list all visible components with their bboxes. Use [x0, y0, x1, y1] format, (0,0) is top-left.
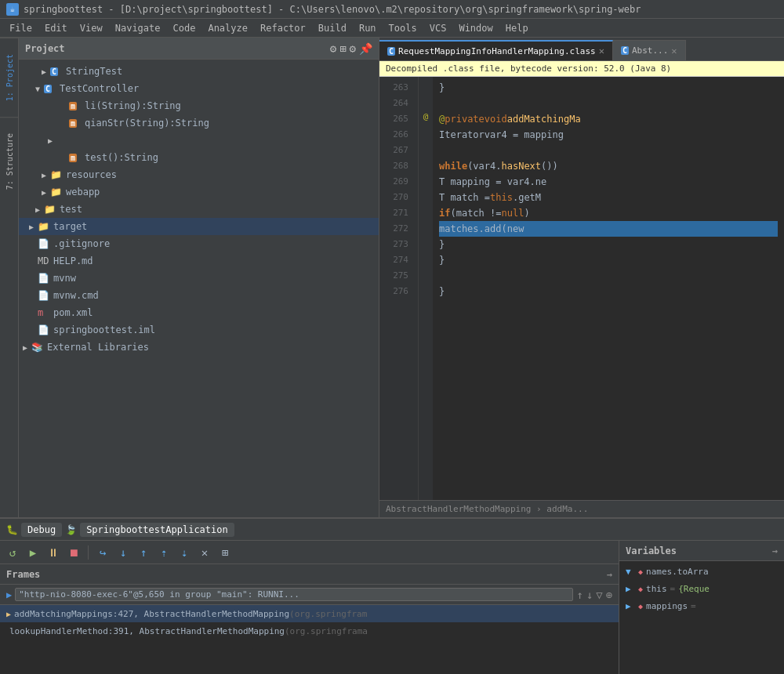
menu-item-refactor[interactable]: Refactor: [254, 21, 312, 35]
step-into-btn[interactable]: ↓: [114, 543, 132, 562]
code-token: (match !=: [450, 205, 501, 221]
fold-indicator: [419, 218, 433, 234]
tab-icon: C: [621, 46, 629, 55]
tree-item[interactable]: ▶📁target: [19, 218, 379, 235]
tree-item[interactable]: 📄mvnw: [19, 270, 379, 287]
var-expand[interactable]: ▶: [626, 601, 635, 611]
gear-icon[interactable]: ⚙: [350, 42, 356, 55]
frame-gray: (org.springfram: [289, 609, 367, 619]
menu-item-file[interactable]: File: [3, 21, 38, 35]
tree-arrow-icon[interactable]: ▶: [44, 136, 56, 145]
editor-tab[interactable]: C Abst... ✕: [613, 40, 686, 60]
eval-btn[interactable]: ⇣: [175, 543, 194, 562]
tree-item[interactable]: 📄.gitignore: [19, 235, 379, 252]
frame-item[interactable]: lookupHandlerMethod:391, AbstractHandler…: [0, 622, 619, 640]
tree-arrow-icon[interactable]: ▶: [38, 67, 50, 76]
thread-selector[interactable]: "http-nio-8080-exec-6"@5,650 in group "m…: [15, 588, 573, 601]
menu-item-edit[interactable]: Edit: [38, 21, 74, 35]
menu-item-navigate[interactable]: Navigate: [109, 21, 167, 35]
line-number: 273: [379, 237, 415, 252]
tab-close-btn[interactable]: ✕: [599, 45, 604, 56]
frame-item[interactable]: ▶ addMatchingMappings:427, AbstractHandl…: [0, 605, 619, 622]
code-token: T mapping = var4.ne: [439, 174, 546, 190]
menu-item-help[interactable]: Help: [499, 21, 535, 35]
menu-item-build[interactable]: Build: [312, 21, 353, 35]
menu-item-analyze[interactable]: Analyze: [201, 21, 254, 35]
menu-item-run[interactable]: Run: [353, 21, 383, 35]
tree-item[interactable]: 📄mvnw.cmd: [19, 287, 379, 304]
menu-item-window[interactable]: Window: [452, 21, 499, 35]
tree-file-icon: C: [44, 83, 58, 94]
pause-btn[interactable]: ⏸: [44, 543, 63, 562]
var-item[interactable]: ▶ ◆ this = {Reque: [619, 580, 784, 597]
tree-item[interactable]: ▶📁resources: [19, 166, 379, 183]
var-item[interactable]: ▼ ◆ names.toArra: [619, 563, 784, 580]
sidebar-item-project[interactable]: 1: Project: [0, 38, 19, 117]
run-to-cursor-btn[interactable]: ⇡: [154, 543, 173, 562]
title-bar: ☕ springboottest - [D:\project\springboo…: [0, 0, 784, 19]
tab-close-btn[interactable]: ✕: [671, 45, 677, 56]
tree-item[interactable]: ▶📁webapp: [19, 183, 379, 201]
fold-indicator: [419, 249, 433, 265]
tree-item[interactable]: ▶📁test: [19, 201, 379, 218]
step-out-btn[interactable]: ↑: [134, 543, 153, 562]
var-expand[interactable]: ▼: [626, 567, 635, 577]
frames-arrow[interactable]: →: [607, 569, 612, 580]
tree-arrow-icon[interactable]: ▶: [19, 343, 31, 352]
code-token: }: [439, 252, 445, 268]
tree-item[interactable]: mtest():String: [19, 149, 379, 166]
tree-label: resources: [66, 169, 117, 180]
tab-debug[interactable]: Debug: [21, 523, 62, 537]
tree-item[interactable]: ▶📚External Libraries: [19, 339, 379, 356]
tree-file-icon: 📄: [38, 324, 52, 335]
tree-item[interactable]: MDHELP.md: [19, 252, 379, 270]
code-token: Iterator: [439, 127, 485, 143]
menu-item-view[interactable]: View: [74, 21, 109, 35]
fold-indicator: [419, 234, 433, 249]
tree-arrow-icon[interactable]: ▶: [31, 205, 44, 214]
code-line: }: [439, 80, 778, 96]
mute-btn[interactable]: ✕: [195, 543, 214, 562]
settings-icon[interactable]: ⚙: [330, 42, 336, 55]
tree-item[interactable]: mqianStr(String):String: [19, 114, 379, 132]
tree-arrow-icon[interactable]: ▶: [38, 188, 50, 197]
view-btn[interactable]: ⊞: [216, 543, 234, 562]
menu-bar: FileEditViewNavigateCodeAnalyzeRefactorB…: [0, 19, 784, 38]
resume-btn[interactable]: ↺: [3, 543, 22, 562]
tree-arrow-icon[interactable]: ▼: [31, 85, 44, 93]
tree-item[interactable]: ▼CTestController: [19, 80, 379, 97]
pin-icon[interactable]: 📌: [359, 42, 372, 55]
menu-item-vcs[interactable]: VCS: [423, 21, 453, 35]
editor-tab[interactable]: C RequestMappingInfoHandlerMapping.class…: [379, 40, 613, 60]
menu-item-code[interactable]: Code: [167, 21, 202, 35]
code-content[interactable]: } @ private void addMatchingMa Iterator …: [433, 77, 784, 500]
thread-filter-icon[interactable]: ▽: [596, 589, 602, 601]
step-over-btn[interactable]: ↪: [93, 543, 112, 562]
run-btn[interactable]: ▶: [24, 543, 42, 562]
menu-item-tools[interactable]: Tools: [383, 21, 423, 35]
code-token: }: [439, 80, 445, 96]
tree-item[interactable]: mli(String):String: [19, 97, 379, 114]
info-text: Decompiled .class file, bytecode version…: [386, 63, 671, 74]
expand-icon[interactable]: ⊞: [339, 42, 346, 55]
thread-down-icon[interactable]: ↓: [586, 589, 593, 601]
code-line: }: [439, 284, 778, 299]
var-expand[interactable]: ▶: [626, 584, 635, 594]
tree-arrow-icon[interactable]: ▶: [25, 223, 38, 231]
tree-item[interactable]: mpom.xml: [19, 304, 379, 321]
tab-springboottest[interactable]: SpringboottestApplication: [80, 523, 234, 537]
line-number: 267: [379, 143, 415, 158]
thread-up-icon[interactable]: ↑: [576, 589, 583, 601]
fold-indicator[interactable]: @: [419, 108, 433, 124]
tree-arrow-icon[interactable]: ▶: [38, 171, 50, 179]
tree-item[interactable]: ▶CStringTest: [19, 63, 379, 80]
fold-column: @: [419, 77, 433, 500]
bottom-content: ↺ ▶ ⏸ ⏹ ↪ ↓ ↑ ⇡ ⇣ ✕ ⊞ Frames → ▶: [0, 541, 784, 674]
vars-arrow[interactable]: →: [772, 545, 778, 556]
thread-plus-icon[interactable]: ⊕: [606, 589, 612, 601]
tree-item[interactable]: 📄springboottest.iml: [19, 321, 379, 339]
var-item[interactable]: ▶ ◆ mappings =: [619, 597, 784, 614]
tree-item[interactable]: ▶: [19, 132, 379, 149]
sidebar-item-structure[interactable]: 7: Structure: [0, 117, 19, 205]
stop-btn[interactable]: ⏹: [64, 543, 83, 562]
